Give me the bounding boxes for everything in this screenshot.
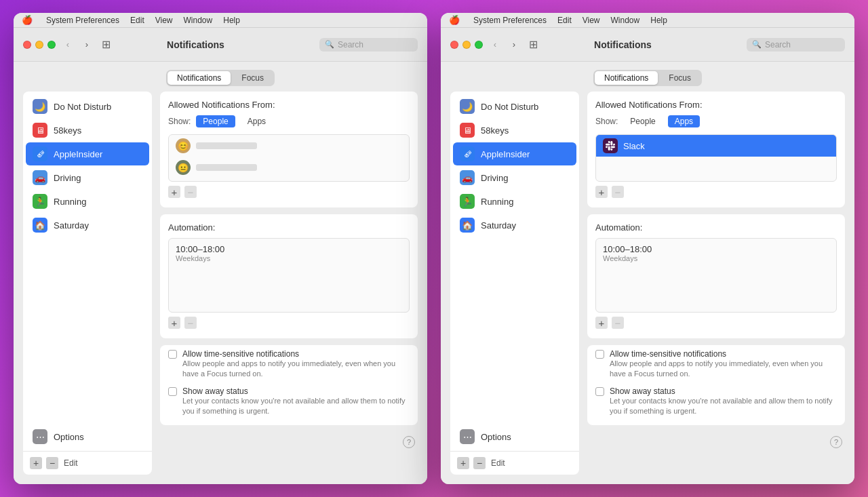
sidebar-item-options-2[interactable]: ⋯ Options xyxy=(453,425,576,448)
menu-bar-2: 🍎 System Preferences Edit View Window He… xyxy=(441,13,854,28)
checkbox-awaystatus-1[interactable] xyxy=(168,387,177,396)
add-allowed-button-1[interactable]: + xyxy=(168,186,180,198)
close-button-2[interactable] xyxy=(450,41,458,49)
add-focus-button-1[interactable]: + xyxy=(30,457,42,469)
show-label-2: Show: xyxy=(595,117,618,126)
automation-title-2: Automation: xyxy=(595,222,837,233)
search-bar-1[interactable]: 🔍 xyxy=(319,38,418,52)
menu-window-1[interactable]: Window xyxy=(184,16,213,25)
appleinsider-label-1: AppleInsider xyxy=(54,149,102,159)
automation-title-1: Automation: xyxy=(168,222,410,233)
help-area-1: ? xyxy=(160,432,418,448)
running-icon-1: 🏃 xyxy=(33,194,47,209)
sidebar-item-58keys-2[interactable]: 🖥 58keys xyxy=(453,119,576,142)
remove-focus-button-2[interactable]: − xyxy=(473,457,486,469)
sidebar-item-58keys-1[interactable]: 🖥 58keys xyxy=(26,119,149,142)
58keys-label-1: 58keys xyxy=(54,125,81,136)
appleinsider-icon-1: 🗞 xyxy=(33,146,47,161)
automation-days-2: Weekdays xyxy=(603,254,829,262)
sidebar-item-driving-1[interactable]: 🚗 Driving xyxy=(26,166,149,189)
search-input-1[interactable] xyxy=(338,40,412,49)
remove-automation-button-2[interactable]: − xyxy=(612,317,624,329)
segment-area-1: Notifications Focus xyxy=(14,62,427,92)
person-avatar-1b: 😐 xyxy=(176,160,191,175)
menu-edit-2[interactable]: Edit xyxy=(557,16,572,25)
automation-days-1: Weekdays xyxy=(176,254,402,262)
driving-icon-1: 🚗 xyxy=(33,170,47,185)
back-button-2[interactable]: ‹ xyxy=(488,38,502,52)
cb-desc-2a: Allow people and apps to notify you imme… xyxy=(610,359,837,380)
sidebar-item-saturday-1[interactable]: 🏠 Saturday xyxy=(26,214,149,237)
sidebar-item-saturday-2[interactable]: 🏠 Saturday xyxy=(453,214,576,237)
sidebar-item-appleinsider-1[interactable]: 🗞 AppleInsider xyxy=(26,142,149,165)
edit-button-1[interactable]: Edit xyxy=(64,458,78,468)
options-label-2: Options xyxy=(481,432,511,442)
menu-system-prefs-2[interactable]: System Preferences xyxy=(473,16,547,25)
menu-view-2[interactable]: View xyxy=(583,16,600,25)
show-row-1: Show: People Apps xyxy=(168,115,410,127)
dnd-icon-2: 🌙 xyxy=(460,99,475,114)
show-tab-apps-2[interactable]: Apps xyxy=(668,115,700,127)
seg-focus-2[interactable]: Focus xyxy=(659,71,701,85)
menu-view-1[interactable]: View xyxy=(155,16,173,25)
allowed-list-2: Slack xyxy=(595,134,837,182)
sidebar-item-dnd-2[interactable]: 🌙 Do Not Disturb xyxy=(453,95,576,118)
checkbox-timesensitive-1[interactable] xyxy=(168,350,177,359)
person-avatar-1a: 😊 xyxy=(176,138,191,153)
remove-allowed-button-2[interactable]: − xyxy=(612,186,624,198)
allowed-person-1a[interactable]: 😊 xyxy=(169,135,409,157)
add-automation-button-2[interactable]: + xyxy=(595,317,608,329)
show-tab-people-1[interactable]: People xyxy=(196,115,235,127)
back-button-1[interactable]: ‹ xyxy=(61,38,75,52)
search-bar-2[interactable]: 🔍 xyxy=(747,38,845,52)
sidebar-item-running-2[interactable]: 🏃 Running xyxy=(453,190,576,213)
show-tab-apps-1[interactable]: Apps xyxy=(241,115,273,127)
checkbox-row-1b: Show away status Let your contacts know … xyxy=(168,386,410,417)
allowed-section-1: Allowed Notifications From: Show: People… xyxy=(160,92,418,207)
minimize-button-1[interactable] xyxy=(35,41,43,49)
add-allowed-button-2[interactable]: + xyxy=(595,186,608,198)
main-body-1: 🌙 Do Not Disturb 🖥 58keys 🗞 AppleInsider… xyxy=(14,92,427,484)
add-focus-button-2[interactable]: + xyxy=(457,457,469,469)
slack-label-2: Slack xyxy=(623,141,645,151)
menu-edit-1[interactable]: Edit xyxy=(130,16,144,25)
title-bar-2: ‹ › ⊞ Notifications 🔍 xyxy=(441,28,854,62)
minimize-button-2[interactable] xyxy=(462,41,471,49)
checkbox-awaystatus-2[interactable] xyxy=(595,387,604,396)
allowed-person-1b[interactable]: 😐 xyxy=(169,157,409,178)
sidebar-item-running-1[interactable]: 🏃 Running xyxy=(26,190,149,213)
checkbox-row-2a: Allow time-sensitive notifications Allow… xyxy=(595,349,837,380)
allowed-app-slack-2[interactable]: Slack xyxy=(596,135,836,157)
window-2: 🍎 System Preferences Edit View Window He… xyxy=(441,13,854,484)
close-button-1[interactable] xyxy=(23,41,31,49)
remove-allowed-button-1[interactable]: − xyxy=(184,186,197,198)
sidebar-item-dnd-1[interactable]: 🌙 Do Not Disturb xyxy=(26,95,149,118)
allowed-list-1: 😊 😐 xyxy=(168,134,410,182)
seg-notifications-1[interactable]: Notifications xyxy=(167,71,231,85)
menu-help-2[interactable]: Help xyxy=(650,16,667,25)
seg-notifications-2[interactable]: Notifications xyxy=(595,71,658,85)
appleinsider-icon-2: 🗞 xyxy=(460,146,475,161)
edit-button-2[interactable]: Edit xyxy=(491,458,505,468)
menu-bar-1: 🍎 System Preferences Edit View Window He… xyxy=(14,13,427,28)
maximize-button-2[interactable] xyxy=(475,41,483,49)
appleinsider-label-2: AppleInsider xyxy=(481,149,530,159)
menu-window-2[interactable]: Window xyxy=(611,16,640,25)
menu-system-prefs-1[interactable]: System Preferences xyxy=(46,16,119,25)
remove-automation-button-1[interactable]: − xyxy=(184,317,197,329)
show-tab-people-2[interactable]: People xyxy=(623,115,662,127)
seg-focus-1[interactable]: Focus xyxy=(232,71,273,85)
help-button-1[interactable]: ? xyxy=(403,436,415,448)
sidebar-item-appleinsider-2[interactable]: 🗞 AppleInsider xyxy=(453,142,576,165)
sidebar-item-driving-2[interactable]: 🚗 Driving xyxy=(453,166,576,189)
maximize-button-1[interactable] xyxy=(47,41,56,49)
menu-help-1[interactable]: Help xyxy=(223,16,240,25)
sidebar-2: 🌙 Do Not Disturb 🖥 58keys 🗞 AppleInsider… xyxy=(450,92,579,475)
sidebar-item-options-1[interactable]: ⋯ Options xyxy=(26,425,149,448)
help-button-2[interactable]: ? xyxy=(830,436,842,448)
add-automation-button-1[interactable]: + xyxy=(168,317,180,329)
checkbox-timesensitive-2[interactable] xyxy=(595,350,604,359)
remove-focus-button-1[interactable]: − xyxy=(46,457,58,469)
checkbox-section-1: Allow time-sensitive notifications Allow… xyxy=(160,345,418,425)
search-input-2[interactable] xyxy=(765,40,840,49)
